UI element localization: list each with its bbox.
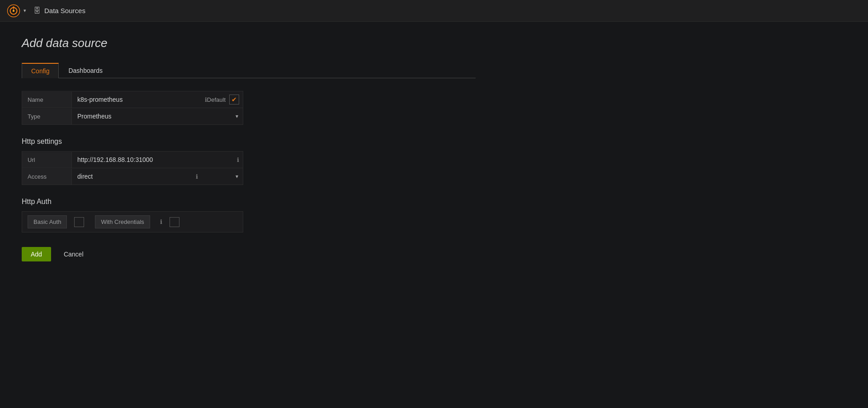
with-credentials-checkbox[interactable]: [170, 217, 179, 227]
name-label: Name: [22, 92, 72, 108]
url-label: Url: [22, 152, 72, 168]
url-input-area: ℹ: [72, 152, 243, 168]
http-settings-header: Http settings: [22, 138, 476, 146]
name-input-area: ℹ Default ✔: [72, 91, 243, 108]
access-chevron-icon: ▾: [236, 173, 238, 180]
nav-chevron-icon[interactable]: ▾: [24, 8, 26, 14]
datasource-icon: 🗄: [33, 7, 41, 15]
access-info-icon[interactable]: ℹ: [196, 173, 198, 180]
type-select-area: Prometheus Graphite InfluxDB MySQL Postg…: [72, 108, 243, 124]
tab-config[interactable]: Config: [22, 63, 59, 78]
basic-auth-checkbox[interactable]: [74, 217, 84, 227]
type-select[interactable]: Prometheus Graphite InfluxDB MySQL Postg…: [75, 108, 202, 124]
default-checkbox[interactable]: ✔: [229, 95, 239, 104]
breadcrumb: 🗄 Data Sources: [33, 7, 85, 15]
access-select-area: direct proxy ▾ ℹ: [72, 168, 243, 185]
cancel-button[interactable]: Cancel: [58, 247, 89, 261]
grafana-logo[interactable]: [5, 3, 22, 19]
access-label: Access: [22, 169, 72, 185]
type-chevron-icon: ▾: [236, 113, 238, 119]
page-title: Add data source: [22, 36, 476, 50]
form-actions: Add Cancel: [22, 247, 476, 261]
access-field-row: Access direct proxy ▾ ℹ: [22, 168, 243, 185]
name-input[interactable]: [75, 91, 202, 108]
url-info-icon[interactable]: ℹ: [237, 157, 239, 163]
svg-point-2: [13, 6, 15, 9]
checkmark-icon: ✔: [231, 96, 237, 103]
http-auth-header: Http Auth: [22, 198, 476, 206]
with-credentials-info-icon[interactable]: ℹ: [160, 218, 162, 225]
default-label: Default: [207, 96, 226, 103]
main-content: Add data source Config Dashboards Name ℹ…: [0, 22, 497, 276]
page-breadcrumb-title: Data Sources: [44, 7, 85, 14]
top-nav: ▾ 🗄 Data Sources: [0, 0, 868, 22]
add-button[interactable]: Add: [22, 247, 51, 261]
svg-point-4: [13, 9, 15, 12]
type-label: Type: [22, 109, 72, 124]
with-credentials-label: With Credentials: [95, 215, 150, 228]
name-field-row: Name ℹ Default ✔: [22, 91, 243, 108]
tab-dashboards[interactable]: Dashboards: [59, 63, 112, 78]
url-field-row: Url ℹ: [22, 151, 243, 168]
basic-auth-label: Basic Auth: [28, 215, 67, 228]
tab-bar: Config Dashboards: [22, 63, 476, 78]
auth-row: Basic Auth With Credentials ℹ: [22, 211, 243, 232]
access-select[interactable]: direct proxy: [75, 168, 193, 185]
type-field-row: Type Prometheus Graphite InfluxDB MySQL …: [22, 108, 243, 125]
url-input[interactable]: [75, 152, 234, 168]
